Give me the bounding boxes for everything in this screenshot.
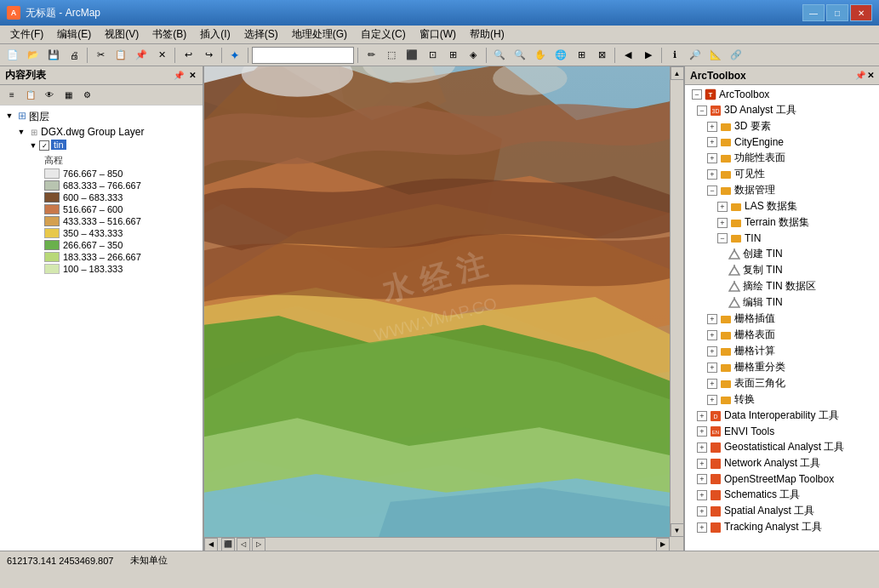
forward-btn[interactable]: ▶	[639, 46, 658, 65]
tb-osm[interactable]: + OpenStreetMap Toolbox	[685, 471, 879, 487]
tb-raster-interp[interactable]: + 栅格插值	[685, 311, 879, 327]
tin-visibility-checkbox[interactable]	[39, 140, 49, 151]
zoom-full-btn[interactable]: ⊠	[592, 46, 611, 65]
hyperlink-btn[interactable]: 🔗	[727, 46, 745, 65]
list-by-source-btn[interactable]: 📋	[22, 88, 39, 103]
tb-root-expand[interactable]: −	[692, 89, 702, 100]
globe-btn[interactable]: 🌐	[551, 46, 570, 65]
select-features-btn[interactable]: ⬚	[382, 46, 401, 65]
menu-view[interactable]: 视图(V)	[98, 26, 146, 44]
group-expand-icon[interactable]: ▼	[15, 126, 27, 138]
menu-select[interactable]: 选择(S)	[237, 26, 285, 44]
tb-raster-surface-expand[interactable]: +	[707, 330, 717, 340]
tb-raster-reclass-expand[interactable]: +	[707, 363, 717, 373]
tb-interop-expand[interactable]: +	[697, 411, 707, 421]
tb-tracking-expand[interactable]: +	[697, 522, 707, 533]
zoom-out-btn[interactable]: 🔍	[511, 46, 529, 65]
scroll-down-button[interactable]: ▼	[671, 523, 684, 537]
tin-layer-item[interactable]: ▼ tin	[0, 139, 203, 152]
horizontal-scrollbar[interactable]: ◀ ⬛ ◁ ▷ ▶	[204, 537, 670, 551]
tb-network-expand[interactable]: +	[697, 459, 707, 469]
arctoolbox-pin-button[interactable]: 📌	[855, 71, 865, 80]
tb-surface-expand[interactable]: +	[707, 379, 717, 389]
open-btn[interactable]: 📂	[24, 46, 43, 65]
tb-city-expand[interactable]: +	[707, 137, 717, 147]
pan-btn[interactable]: ✋	[531, 46, 550, 65]
tb-data-mgmt[interactable]: − 数据管理	[685, 182, 879, 198]
undo-btn[interactable]: ↩	[179, 46, 197, 65]
tb-spatial-expand[interactable]: +	[697, 506, 707, 517]
tb-geostat[interactable]: + Geostatistical Analyst 工具	[685, 439, 879, 455]
tb-network[interactable]: + Network Analyst 工具	[685, 455, 879, 471]
tb-raster-calc-expand[interactable]: +	[707, 346, 717, 357]
tb-datamgmt-expand[interactable]: −	[707, 186, 717, 196]
menu-file[interactable]: 文件(F)	[3, 26, 50, 44]
scroll-track-h[interactable]	[269, 538, 656, 551]
menu-bookmark[interactable]: 书签(B)	[146, 26, 193, 44]
tb-raster-reclass[interactable]: + 栅格重分类	[685, 359, 879, 375]
layer-root[interactable]: ▼ ⊞ 图层	[0, 109, 203, 125]
tb-terrain-expand[interactable]: +	[717, 218, 728, 228]
map-nav-btn1[interactable]: ⬛	[221, 538, 235, 551]
tb-3d-analyst[interactable]: − 3D 3D Analyst 工具	[685, 102, 879, 118]
tb-edit-tin[interactable]: 编辑 TIN	[685, 294, 879, 311]
menu-window[interactable]: 窗口(W)	[413, 26, 463, 44]
tb-func-expand[interactable]: +	[707, 153, 717, 163]
minimize-button[interactable]: —	[802, 4, 825, 21]
zoom-extent-btn[interactable]: ⊞	[572, 46, 591, 65]
copy-btn[interactable]: 📋	[111, 46, 130, 65]
menu-edit[interactable]: 编辑(E)	[50, 26, 98, 44]
delete-btn[interactable]: ✕	[152, 46, 171, 65]
tb-vis-expand[interactable]: +	[707, 169, 717, 180]
scroll-track-v[interactable]	[671, 80, 683, 523]
map-nav-btn3[interactable]: ▷	[252, 538, 265, 551]
zoom-in-btn[interactable]: 🔍	[490, 46, 509, 65]
list-by-visibility-btn[interactable]: 👁	[41, 88, 58, 103]
tb-data-interop[interactable]: + D Data Interoperability 工具	[685, 408, 879, 424]
scroll-left-button[interactable]: ◀	[204, 538, 218, 551]
identify-btn[interactable]: ℹ	[665, 46, 684, 65]
tb-tracking[interactable]: + Tracking Analyst 工具	[685, 519, 879, 535]
group-layer-item[interactable]: ▼ ⊞ DGX.dwg Group Layer	[0, 125, 203, 139]
arctoolbox-controls[interactable]: 📌 ✕	[855, 71, 874, 80]
title-bar-controls[interactable]: — □ ✕	[802, 4, 872, 21]
tb-cityengine[interactable]: + CityEngine	[685, 134, 879, 150]
select3-btn[interactable]: ⊡	[423, 46, 442, 65]
measure-btn[interactable]: 📐	[706, 46, 725, 65]
panel-close-button[interactable]: ✕	[187, 71, 197, 80]
panel-header-controls[interactable]: 📌 ✕	[172, 71, 197, 80]
tb-geostat-expand[interactable]: +	[697, 442, 707, 453]
list-by-drawing-order-btn[interactable]: ≡	[3, 88, 20, 103]
list-by-selection-btn[interactable]: ▦	[60, 88, 77, 103]
tb-spatial[interactable]: + Spatial Analyst 工具	[685, 503, 879, 519]
tb-surface-tri[interactable]: + 表面三角化	[685, 375, 879, 391]
scroll-up-button[interactable]: ▲	[671, 66, 684, 80]
tb-tin[interactable]: − TIN	[685, 231, 879, 246]
tb-raster-interp-expand[interactable]: +	[707, 314, 717, 324]
tin-expand-icon[interactable]: ▼	[27, 140, 39, 151]
panel-pin-button[interactable]: 📌	[172, 71, 186, 80]
tb-osm-expand[interactable]: +	[697, 474, 707, 484]
menu-insert[interactable]: 插入(I)	[193, 26, 237, 44]
arctoolbox-close-button[interactable]: ✕	[867, 71, 874, 80]
paste-btn[interactable]: 📌	[132, 46, 151, 65]
vertical-scrollbar[interactable]: ▲ ▼	[670, 66, 683, 537]
tb-clip-tin[interactable]: 摘绘 TIN 数据区	[685, 278, 879, 294]
menu-customize[interactable]: 自定义(C)	[354, 26, 413, 44]
tb-schematics[interactable]: + Schematics 工具	[685, 487, 879, 503]
tb-las-expand[interactable]: +	[717, 202, 728, 212]
print-btn[interactable]: 🖨	[65, 46, 83, 65]
save-btn[interactable]: 💾	[44, 46, 63, 65]
redo-btn[interactable]: ↪	[199, 46, 218, 65]
tb-schematics-expand[interactable]: +	[697, 490, 707, 500]
find-btn[interactable]: 🔎	[686, 46, 705, 65]
tb-terrain-dataset[interactable]: + Terrain 数据集	[685, 214, 879, 231]
tb-raster-surface[interactable]: + 栅格表面	[685, 327, 879, 343]
tb-convert[interactable]: + 转换	[685, 391, 879, 408]
cut-btn[interactable]: ✂	[91, 46, 110, 65]
scroll-right-button[interactable]: ▶	[656, 538, 670, 551]
editor-btn[interactable]: ✏	[362, 46, 380, 65]
back-btn[interactable]: ◀	[619, 46, 637, 65]
menu-help[interactable]: 帮助(H)	[463, 26, 511, 44]
tb-3d-elements[interactable]: + 3D 要素	[685, 118, 879, 134]
